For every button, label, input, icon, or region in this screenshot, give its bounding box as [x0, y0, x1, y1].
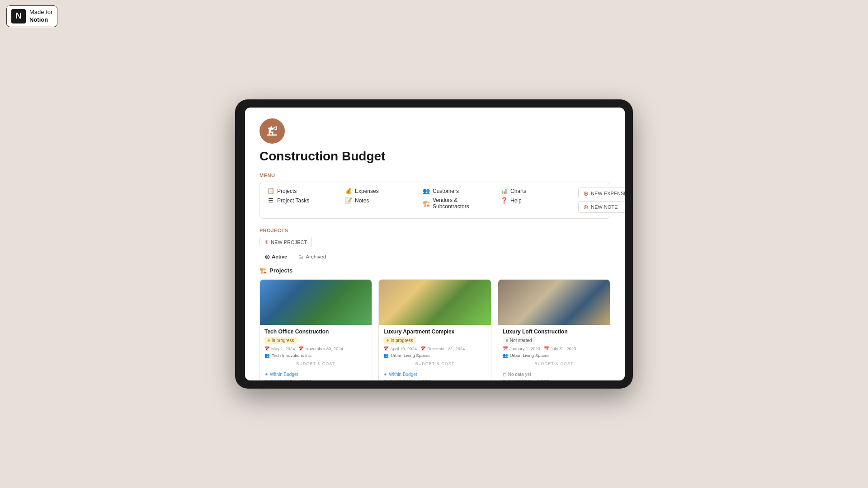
budget-icon-2: ◻: [503, 372, 506, 377]
notion-badge-text: Made for Notion: [29, 9, 52, 24]
calendar-end-icon-0: 📅: [298, 346, 304, 351]
card-body-2: Luxury Loft Construction Not started 📅 J…: [498, 325, 610, 380]
plus-icon-note: ⊕: [583, 203, 589, 211]
budget-status-1: ✦ Within Budget: [383, 372, 486, 377]
plus-icon-expense: ⊕: [583, 190, 589, 197]
card-end-0: 📅 November 30, 2024: [298, 346, 343, 351]
budget-cost-label-0: BUDGET & COST: [264, 361, 367, 366]
card-end-2: 📅 July 31, 2023: [544, 346, 576, 351]
tab-archived[interactable]: 🗂 Archived: [293, 252, 332, 262]
calendar-end-icon-2: 📅: [544, 346, 549, 351]
card-end-1: 📅 December 31, 2024: [420, 346, 465, 351]
projects-subheader: 🏗️ Projects: [259, 267, 610, 274]
card-title-2: Luxury Loft Construction: [503, 328, 605, 335]
plus-icon-project: ⊕: [264, 239, 269, 245]
menu-column-2: 💰 Expenses 📝 Notes: [345, 188, 408, 204]
new-note-button[interactable]: ⊕ NEW NOTE: [578, 201, 625, 213]
menu-item-customers[interactable]: 👥 Customers: [423, 188, 486, 194]
notion-badge: N Made for Notion: [6, 5, 57, 27]
tablet-screen: Construction Budget Menu 📋 Projects ☰ Pr…: [245, 108, 625, 380]
menu-item-charts[interactable]: 📊 Charts: [500, 188, 564, 194]
card-divider-2: [503, 369, 605, 369]
card-dates-2: 📅 January 1, 2023 📅 July 31, 2023: [503, 346, 605, 351]
budget-total-row-0: BUDGET TOTAL COST $13,190.00: [264, 379, 367, 380]
menu-column-3: 👥 Customers 🏗️ Vendors & Subcontractors: [423, 188, 486, 210]
card-dates-0: 📅 May 1, 2024 📅 November 30, 2024: [264, 346, 367, 351]
menu-section: 📋 Projects ☰ Project Tasks 💰 Expenses: [259, 182, 610, 219]
menu-label: Menu: [259, 173, 610, 178]
budget-icon-1: ✦: [383, 372, 387, 377]
menu-column-4: 📊 Charts ❓ Help: [500, 188, 564, 204]
project-tabs: ◎ Active 🗂 Archived: [259, 252, 610, 262]
card-client-0: 👥 Tech Innovations Inc.: [264, 353, 367, 358]
card-title-1: Luxury Apartment Complex: [383, 328, 486, 335]
svg-rect-0: [267, 135, 278, 136]
card-start-2: 📅 January 1, 2023: [503, 346, 540, 351]
notion-icon: N: [11, 9, 26, 23]
card-client-1: 👥 Urban Living Spaces: [383, 353, 486, 358]
card-body-0: Tech Office Construction in progress 📅 M…: [260, 325, 372, 380]
status-badge-2: Not started: [503, 337, 535, 344]
project-card-1[interactable]: Luxury Apartment Complex in progress 📅 A…: [378, 279, 491, 380]
vendors-icon: 🏗️: [423, 200, 430, 207]
card-title-0: Tech Office Construction: [264, 328, 367, 335]
budget-cost-label-1: BUDGET & COST: [383, 361, 486, 366]
budget-icon-0: ✦: [264, 372, 268, 377]
card-body-1: Luxury Apartment Complex in progress 📅 A…: [379, 325, 491, 380]
client-icon-1: 👥: [383, 353, 389, 358]
card-image-1: [379, 280, 491, 325]
new-project-button[interactable]: ⊕ NEW PROJECT: [259, 237, 312, 247]
page-title: Construction Budget: [259, 149, 610, 164]
status-dot-0: [268, 339, 270, 342]
menu-item-expenses[interactable]: 💰 Expenses: [345, 188, 408, 194]
new-expense-button[interactable]: ⊕ NEW EXPENSE: [578, 188, 625, 199]
status-dot-1: [387, 339, 389, 342]
projects-icon: 📋: [267, 188, 274, 194]
card-divider-0: [264, 369, 367, 369]
customers-icon: 👥: [423, 188, 430, 194]
status-badge-1: in progress: [383, 337, 416, 344]
calendar-icon-1: 📅: [383, 346, 389, 351]
budget-total-row-2: BUDGET TOTAL COST $0.00: [503, 379, 605, 380]
tab-active[interactable]: ◎ Active: [259, 252, 293, 262]
calendar-icon-0: 📅: [264, 346, 270, 351]
cards-grid: Tech Office Construction in progress 📅 M…: [259, 279, 610, 380]
budget-status-2: ◻ No data yet: [503, 372, 605, 377]
expenses-icon: 💰: [345, 188, 352, 194]
client-icon-2: 👥: [503, 353, 508, 358]
budget-total-row-1: BUDGET TOTAL COST $28,400.00: [383, 379, 486, 380]
action-buttons: ⊕ NEW EXPENSE ⊕ NEW NOTE: [578, 188, 625, 213]
card-divider-1: [383, 369, 486, 369]
menu-item-project-tasks[interactable]: ☰ Project Tasks: [267, 197, 330, 204]
status-dot-2: [506, 339, 508, 342]
client-icon-0: 👥: [264, 353, 270, 358]
status-badge-0: in progress: [264, 337, 297, 344]
menu-item-projects[interactable]: 📋 Projects: [267, 188, 330, 194]
menu-item-help[interactable]: ❓ Help: [500, 197, 564, 204]
card-image-2: [498, 280, 610, 325]
menu-column-1: 📋 Projects ☰ Project Tasks: [267, 188, 330, 204]
notes-icon: 📝: [345, 197, 352, 204]
projects-subheader-icon: 🏗️: [259, 267, 267, 274]
page-icon: [259, 118, 285, 144]
archived-tab-icon: 🗂: [298, 254, 304, 259]
calendar-icon-2: 📅: [503, 346, 508, 351]
project-card-0[interactable]: Tech Office Construction in progress 📅 M…: [259, 279, 372, 380]
page-content: Construction Budget Menu 📋 Projects ☰ Pr…: [245, 108, 625, 380]
tablet-frame: Construction Budget Menu 📋 Projects ☰ Pr…: [235, 99, 633, 389]
active-tab-icon: ◎: [265, 253, 269, 260]
charts-icon: 📊: [500, 188, 508, 194]
card-dates-1: 📅 April 10, 2024 📅 December 31, 2024: [383, 346, 486, 351]
calendar-end-icon-1: 📅: [420, 346, 426, 351]
menu-item-vendors[interactable]: 🏗️ Vendors & Subcontractors: [423, 197, 486, 210]
help-icon: ❓: [500, 197, 508, 204]
budget-status-0: ✦ Within Budget: [264, 372, 367, 377]
card-start-1: 📅 April 10, 2024: [383, 346, 417, 351]
card-client-2: 👥 Urban Living Spaces: [503, 353, 605, 358]
card-image-0: [260, 280, 372, 325]
menu-item-notes[interactable]: 📝 Notes: [345, 197, 408, 204]
tasks-icon: ☰: [267, 197, 274, 204]
project-card-2[interactable]: Luxury Loft Construction Not started 📅 J…: [498, 279, 610, 380]
projects-section-label: Projects: [259, 228, 610, 233]
crane-icon: [265, 124, 279, 138]
